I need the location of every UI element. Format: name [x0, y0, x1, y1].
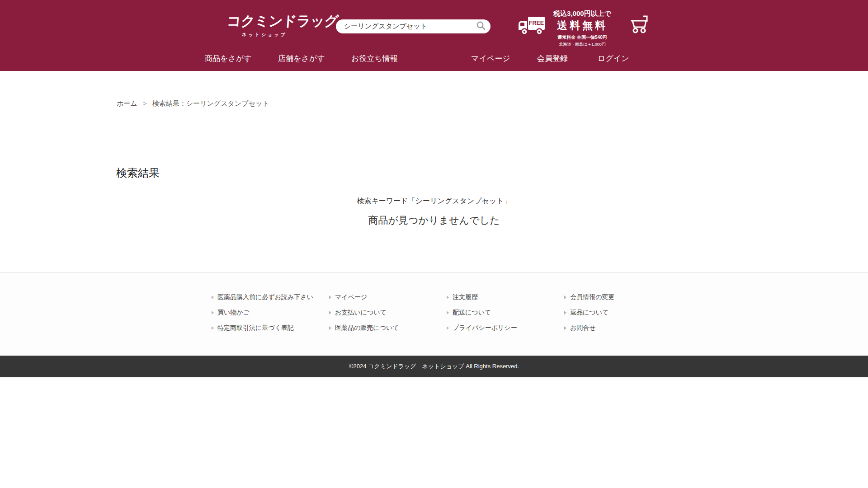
breadcrumb-separator: >: [143, 99, 147, 107]
footer-link-label: 注文履歴: [453, 293, 478, 301]
footer-link-drug-sales[interactable]: 医薬品の販売について: [329, 320, 399, 336]
triangle-right-icon: [447, 326, 449, 330]
nav-item-login[interactable]: ログイン: [598, 53, 629, 64]
triangle-right-icon: [212, 326, 214, 330]
search-results-page: ホーム > 検索結果：シーリングスタンプセット 検索結果 検索キーワード「シーリ…: [0, 71, 868, 272]
nav-item-useful-info[interactable]: お役立ち情報: [351, 53, 398, 64]
footer-link-delivery[interactable]: 配送について: [447, 305, 517, 320]
triangle-right-icon: [447, 296, 449, 299]
site-logo-subtitle: ネットショップ: [227, 32, 302, 38]
footer-link-grid: 医薬品購入前に必ずお読み下さい 買い物かご 特定商取引法に基づく表記 マイページ…: [0, 272, 868, 356]
footer-link-label: 買い物かご: [217, 309, 250, 317]
footer-link-label: 医薬品の販売について: [335, 324, 399, 332]
shipping-free-text: 送料無料: [547, 19, 618, 33]
footer-link-order-history[interactable]: 注文履歴: [447, 290, 517, 305]
site-footer: 医薬品購入前に必ずお読み下さい 買い物かご 特定商取引法に基づく表記 マイページ…: [0, 272, 868, 377]
footer-link-commerce-law[interactable]: 特定商取引法に基づく表記: [212, 320, 313, 336]
nav-item-find-stores[interactable]: 店舗をさがす: [278, 53, 325, 64]
footer-link-payment[interactable]: お支払いについて: [329, 305, 399, 320]
footer-link-label: プライバシーポリシー: [453, 324, 517, 332]
main-nav: 商品をさがす 店舗をさがす お役立ち情報 マイページ 会員登録 ログイン: [0, 51, 868, 66]
search-button[interactable]: [475, 19, 491, 33]
magnifier-icon: [476, 21, 486, 32]
search-input[interactable]: [336, 23, 475, 30]
search-box: [336, 19, 491, 33]
footer-link-label: 返品について: [570, 309, 609, 317]
triangle-right-icon: [212, 311, 214, 314]
triangle-right-icon: [212, 296, 214, 299]
breadcrumb: ホーム > 検索結果：シーリングスタンプセット: [117, 99, 269, 108]
footer-column-1: 医薬品購入前に必ずお読み下さい 買い物かご 特定商取引法に基づく表記: [212, 290, 313, 336]
site-header: コクミンドラッグ ネットショップ FREE 税込3,000円以上で: [0, 0, 868, 71]
site-logo-title: コクミンドラッグ: [226, 12, 303, 31]
footer-link-privacy-policy[interactable]: プライバシーポリシー: [447, 320, 517, 336]
free-label: FREE: [529, 20, 544, 26]
triangle-right-icon: [564, 311, 566, 314]
breadcrumb-home-link[interactable]: ホーム: [117, 99, 137, 107]
shipping-normal-fee: 通常料金 全国一律540円: [547, 34, 618, 41]
footer-link-label: お支払いについて: [335, 309, 387, 317]
footer-column-4: 会員情報の変更 返品について お問合せ: [564, 290, 614, 336]
copyright-bar: ©2024 コクミンドラッグ ネットショップ All Rights Reserv…: [0, 356, 868, 377]
triangle-right-icon: [564, 296, 566, 299]
footer-column-2: マイページ お支払いについて 医薬品の販売について: [329, 290, 399, 336]
footer-link-label: 会員情報の変更: [570, 293, 614, 301]
footer-link-label: 医薬品購入前に必ずお読み下さい: [217, 293, 313, 301]
footer-column-3: 注文履歴 配送について プライバシーポリシー: [447, 290, 517, 336]
breadcrumb-current: 検索結果：シーリングスタンプセット: [152, 99, 269, 107]
page-title: 検索結果: [116, 166, 160, 180]
triangle-right-icon: [329, 296, 331, 299]
triangle-right-icon: [329, 326, 331, 330]
shipping-remote-fee: 北海道・離島は＋1,000円: [547, 42, 618, 47]
footer-link-contact[interactable]: お問合せ: [564, 320, 614, 336]
footer-link-returns[interactable]: 返品について: [564, 305, 614, 320]
delivery-truck-icon: FREE: [518, 15, 546, 38]
footer-link-member-info[interactable]: 会員情報の変更: [564, 290, 614, 305]
triangle-right-icon: [564, 326, 566, 330]
footer-link-label: 配送について: [453, 309, 491, 317]
nav-item-register[interactable]: 会員登録: [537, 53, 568, 64]
copyright-text: ©2024 コクミンドラッグ ネットショップ All Rights Reserv…: [349, 362, 519, 371]
nav-item-search-products[interactable]: 商品をさがす: [205, 53, 252, 64]
triangle-right-icon: [329, 311, 331, 314]
site-logo[interactable]: コクミンドラッグ ネットショップ: [227, 12, 302, 38]
footer-link-drug-notice[interactable]: 医薬品購入前に必ずお読み下さい: [212, 290, 313, 305]
triangle-right-icon: [447, 311, 449, 314]
footer-link-mypage[interactable]: マイページ: [329, 290, 399, 305]
free-shipping-banner: 税込3,000円以上で 送料無料 通常料金 全国一律540円 北海道・離島は＋1…: [547, 9, 618, 47]
footer-link-label: マイページ: [335, 293, 367, 301]
footer-link-label: 特定商取引法に基づく表記: [217, 324, 294, 332]
nav-item-mypage[interactable]: マイページ: [471, 53, 510, 64]
footer-link-label: お問合せ: [570, 324, 596, 332]
search-keyword-text: 検索キーワード「シーリングスタンプセット」: [0, 197, 868, 206]
shipping-threshold: 税込3,000円以上で: [547, 9, 618, 18]
no-results-message: 商品が見つかりませんでした: [0, 214, 868, 227]
shopping-cart-icon: [630, 28, 651, 36]
footer-link-cart[interactable]: 買い物かご: [212, 305, 313, 320]
cart-button[interactable]: [630, 14, 651, 37]
